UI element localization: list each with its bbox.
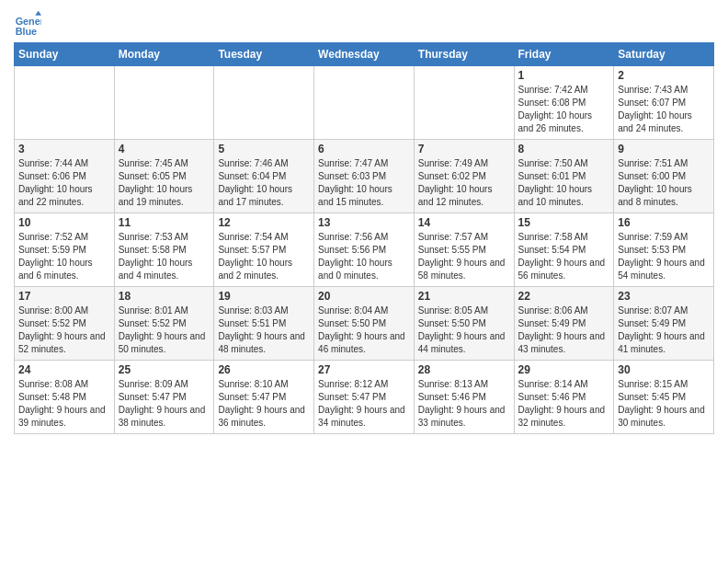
day-number: 21	[418, 290, 510, 303]
calendar-cell: 19Sunrise: 8:03 AM Sunset: 5:51 PM Dayli…	[214, 287, 314, 361]
calendar-cell: 24Sunrise: 8:08 AM Sunset: 5:48 PM Dayli…	[15, 361, 115, 434]
day-number: 5	[218, 143, 310, 155]
day-info: Sunrise: 8:15 AM Sunset: 5:45 PM Dayligh…	[618, 378, 710, 430]
day-info: Sunrise: 7:43 AM Sunset: 6:07 PM Dayligh…	[618, 84, 710, 135]
day-info: Sunrise: 7:45 AM Sunset: 6:05 PM Dayligh…	[119, 157, 210, 209]
calendar-cell: 22Sunrise: 8:06 AM Sunset: 5:49 PM Dayli…	[514, 287, 614, 361]
day-info: Sunrise: 8:06 AM Sunset: 5:49 PM Dayligh…	[518, 304, 610, 356]
calendar-cell: 21Sunrise: 8:05 AM Sunset: 5:50 PM Dayli…	[414, 287, 514, 361]
day-info: Sunrise: 8:04 AM Sunset: 5:50 PM Dayligh…	[318, 304, 410, 356]
calendar-cell: 18Sunrise: 8:01 AM Sunset: 5:52 PM Dayli…	[114, 287, 214, 361]
day-info: Sunrise: 7:49 AM Sunset: 6:02 PM Dayligh…	[418, 157, 510, 209]
day-number: 7	[418, 143, 510, 155]
day-info: Sunrise: 8:00 AM Sunset: 5:52 PM Dayligh…	[18, 304, 110, 356]
day-info: Sunrise: 7:59 AM Sunset: 5:53 PM Dayligh…	[618, 231, 710, 282]
day-number: 30	[618, 363, 710, 376]
day-info: Sunrise: 8:10 AM Sunset: 5:47 PM Dayligh…	[218, 378, 310, 430]
calendar-cell: 6Sunrise: 7:47 AM Sunset: 6:03 PM Daylig…	[314, 140, 415, 213]
calendar-cell: 28Sunrise: 8:13 AM Sunset: 5:46 PM Dayli…	[414, 361, 514, 434]
calendar-cell: 30Sunrise: 8:15 AM Sunset: 5:45 PM Dayli…	[614, 361, 714, 434]
svg-marker-2	[35, 11, 41, 16]
day-number: 6	[318, 143, 410, 155]
page-header: General Blue	[14, 9, 714, 37]
day-info: Sunrise: 7:42 AM Sunset: 6:08 PM Dayligh…	[518, 84, 610, 135]
logo: General Blue	[14, 9, 45, 37]
day-number: 19	[218, 290, 310, 303]
svg-text:Blue: Blue	[16, 26, 37, 37]
calendar-cell: 10Sunrise: 7:52 AM Sunset: 5:59 PM Dayli…	[15, 213, 115, 287]
calendar-cell: 26Sunrise: 8:10 AM Sunset: 5:47 PM Dayli…	[214, 361, 314, 434]
day-number: 16	[618, 216, 710, 229]
calendar-body: 1Sunrise: 7:42 AM Sunset: 6:08 PM Daylig…	[15, 66, 714, 434]
weekday-header: Thursday	[414, 43, 514, 66]
calendar-cell: 20Sunrise: 8:04 AM Sunset: 5:50 PM Dayli…	[314, 287, 415, 361]
day-info: Sunrise: 7:51 AM Sunset: 6:00 PM Dayligh…	[618, 157, 710, 209]
weekday-header: Wednesday	[314, 43, 415, 66]
day-number: 28	[418, 363, 510, 376]
day-number: 24	[18, 363, 110, 376]
calendar-cell: 13Sunrise: 7:56 AM Sunset: 5:56 PM Dayli…	[314, 213, 415, 287]
day-number: 12	[218, 216, 310, 229]
calendar-cell: 5Sunrise: 7:46 AM Sunset: 6:04 PM Daylig…	[214, 140, 314, 213]
day-number: 2	[618, 69, 710, 82]
day-info: Sunrise: 7:44 AM Sunset: 6:06 PM Dayligh…	[18, 157, 110, 209]
day-number: 15	[518, 216, 610, 229]
day-number: 9	[618, 143, 710, 155]
calendar-header-row: SundayMondayTuesdayWednesdayThursdayFrid…	[15, 43, 714, 66]
day-number: 11	[119, 216, 210, 229]
day-info: Sunrise: 7:56 AM Sunset: 5:56 PM Dayligh…	[318, 231, 410, 282]
calendar-cell: 1Sunrise: 7:42 AM Sunset: 6:08 PM Daylig…	[514, 66, 614, 140]
calendar-cell: 7Sunrise: 7:49 AM Sunset: 6:02 PM Daylig…	[414, 140, 514, 213]
weekday-header: Sunday	[15, 43, 115, 66]
calendar-cell: 4Sunrise: 7:45 AM Sunset: 6:05 PM Daylig…	[114, 140, 214, 213]
calendar-cell: 2Sunrise: 7:43 AM Sunset: 6:07 PM Daylig…	[614, 66, 714, 140]
calendar-cell: 29Sunrise: 8:14 AM Sunset: 5:46 PM Dayli…	[514, 361, 614, 434]
calendar-cell: 14Sunrise: 7:57 AM Sunset: 5:55 PM Dayli…	[414, 213, 514, 287]
day-info: Sunrise: 7:54 AM Sunset: 5:57 PM Dayligh…	[218, 231, 310, 282]
calendar-week-row: 17Sunrise: 8:00 AM Sunset: 5:52 PM Dayli…	[15, 287, 714, 361]
weekday-header: Friday	[514, 43, 614, 66]
calendar-cell: 23Sunrise: 8:07 AM Sunset: 5:49 PM Dayli…	[614, 287, 714, 361]
calendar-cell: 11Sunrise: 7:53 AM Sunset: 5:58 PM Dayli…	[114, 213, 214, 287]
day-number: 26	[218, 363, 310, 376]
calendar-cell	[114, 66, 214, 140]
weekday-header: Saturday	[614, 43, 714, 66]
day-info: Sunrise: 8:07 AM Sunset: 5:49 PM Dayligh…	[618, 304, 710, 356]
logo-icon: General Blue	[14, 9, 41, 37]
calendar-week-row: 10Sunrise: 7:52 AM Sunset: 5:59 PM Dayli…	[15, 213, 714, 287]
day-number: 1	[518, 69, 610, 82]
calendar-cell	[314, 66, 415, 140]
day-number: 20	[318, 290, 410, 303]
day-number: 18	[119, 290, 210, 303]
weekday-header: Tuesday	[214, 43, 314, 66]
calendar-week-row: 3Sunrise: 7:44 AM Sunset: 6:06 PM Daylig…	[15, 140, 714, 213]
calendar-cell: 12Sunrise: 7:54 AM Sunset: 5:57 PM Dayli…	[214, 213, 314, 287]
calendar-cell	[414, 66, 514, 140]
day-number: 3	[18, 143, 110, 155]
calendar-cell: 25Sunrise: 8:09 AM Sunset: 5:47 PM Dayli…	[114, 361, 214, 434]
calendar-cell: 16Sunrise: 7:59 AM Sunset: 5:53 PM Dayli…	[614, 213, 714, 287]
calendar-cell: 9Sunrise: 7:51 AM Sunset: 6:00 PM Daylig…	[614, 140, 714, 213]
day-number: 10	[18, 216, 110, 229]
day-info: Sunrise: 7:58 AM Sunset: 5:54 PM Dayligh…	[518, 231, 610, 282]
day-number: 4	[119, 143, 210, 155]
calendar-table: SundayMondayTuesdayWednesdayThursdayFrid…	[14, 42, 714, 434]
day-info: Sunrise: 7:52 AM Sunset: 5:59 PM Dayligh…	[18, 231, 110, 282]
day-info: Sunrise: 8:05 AM Sunset: 5:50 PM Dayligh…	[418, 304, 510, 356]
calendar-cell: 8Sunrise: 7:50 AM Sunset: 6:01 PM Daylig…	[514, 140, 614, 213]
day-number: 29	[518, 363, 610, 376]
day-info: Sunrise: 8:14 AM Sunset: 5:46 PM Dayligh…	[518, 378, 610, 430]
calendar-cell: 27Sunrise: 8:12 AM Sunset: 5:47 PM Dayli…	[314, 361, 415, 434]
calendar-cell	[214, 66, 314, 140]
day-info: Sunrise: 8:03 AM Sunset: 5:51 PM Dayligh…	[218, 304, 310, 356]
day-number: 14	[418, 216, 510, 229]
day-number: 23	[618, 290, 710, 303]
calendar-cell: 3Sunrise: 7:44 AM Sunset: 6:06 PM Daylig…	[15, 140, 115, 213]
calendar-week-row: 1Sunrise: 7:42 AM Sunset: 6:08 PM Daylig…	[15, 66, 714, 140]
day-info: Sunrise: 7:47 AM Sunset: 6:03 PM Dayligh…	[318, 157, 410, 209]
day-info: Sunrise: 8:09 AM Sunset: 5:47 PM Dayligh…	[119, 378, 210, 430]
calendar-cell: 15Sunrise: 7:58 AM Sunset: 5:54 PM Dayli…	[514, 213, 614, 287]
day-info: Sunrise: 8:13 AM Sunset: 5:46 PM Dayligh…	[418, 378, 510, 430]
day-info: Sunrise: 7:57 AM Sunset: 5:55 PM Dayligh…	[418, 231, 510, 282]
day-info: Sunrise: 8:01 AM Sunset: 5:52 PM Dayligh…	[119, 304, 210, 356]
